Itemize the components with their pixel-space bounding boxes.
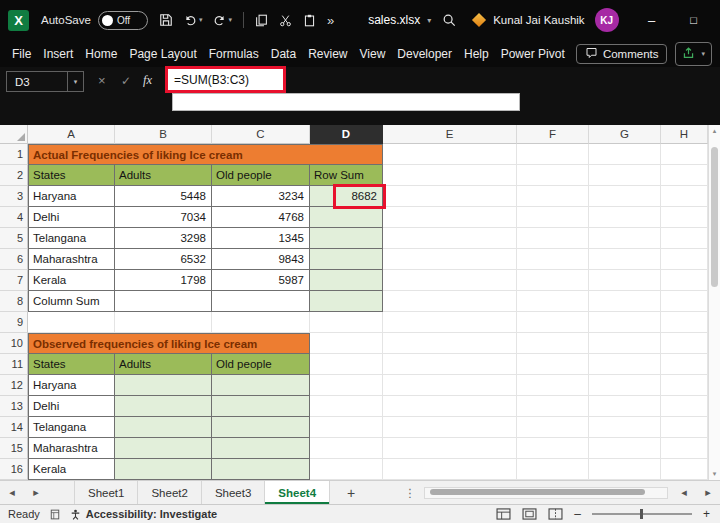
cell-G12[interactable]: [589, 375, 661, 396]
zoom-in-icon[interactable]: +: [703, 507, 710, 521]
column-header-H[interactable]: H: [661, 125, 708, 144]
cell-E15[interactable]: [383, 438, 517, 459]
ribbon-tab-insert[interactable]: Insert: [37, 40, 79, 67]
cell-H9[interactable]: [661, 312, 708, 333]
name-box[interactable]: D3 ▾: [6, 71, 84, 92]
cell-G15[interactable]: [589, 438, 661, 459]
row-header-2[interactable]: 2: [0, 165, 28, 186]
cell-H7[interactable]: [661, 270, 708, 291]
excel-app-icon[interactable]: X: [8, 10, 29, 31]
cell-F1[interactable]: [517, 144, 589, 165]
cell-B9[interactable]: [115, 312, 212, 333]
cell-D16[interactable]: [310, 459, 383, 480]
cell-G14[interactable]: [589, 417, 661, 438]
row-header-11[interactable]: 11: [0, 354, 28, 375]
cell-E13[interactable]: [383, 396, 517, 417]
vertical-scrollbar-thumb[interactable]: [711, 147, 718, 287]
cell-B4[interactable]: 7034: [115, 207, 212, 228]
enter-icon[interactable]: ✓: [121, 71, 131, 90]
quick-access-overflow-icon[interactable]: »: [327, 13, 334, 28]
formula-bar-extension[interactable]: [172, 93, 520, 111]
sheet-nav-left-icon[interactable]: ◂: [0, 481, 24, 504]
macro-record-icon[interactable]: [50, 509, 60, 520]
cell-B16[interactable]: [115, 459, 212, 480]
page-break-view-icon[interactable]: [548, 508, 563, 520]
search-icon[interactable]: [442, 13, 456, 27]
row-header-12[interactable]: 12: [0, 375, 28, 396]
ribbon-tab-view[interactable]: View: [354, 40, 392, 67]
cell-C9[interactable]: [212, 312, 310, 333]
cell-C7[interactable]: 5987: [212, 270, 310, 291]
add-sheet-button[interactable]: +: [338, 481, 364, 504]
hscroll-left-icon[interactable]: ◂: [672, 481, 696, 504]
cell-F16[interactable]: [517, 459, 589, 480]
cell-A15[interactable]: Maharashtra: [28, 438, 115, 459]
cell-G2[interactable]: [589, 165, 661, 186]
row-header-5[interactable]: 5: [0, 228, 28, 249]
cell-E4[interactable]: [383, 207, 517, 228]
ribbon-tab-developer[interactable]: Developer: [391, 40, 458, 67]
cell-B3[interactable]: 5448: [115, 186, 212, 207]
cell-E10[interactable]: [383, 333, 517, 354]
row-header-3[interactable]: 3: [0, 186, 28, 207]
row-header-4[interactable]: 4: [0, 207, 28, 228]
cell-B6[interactable]: 6532: [115, 249, 212, 270]
cell-F14[interactable]: [517, 417, 589, 438]
sheet-tab-sheet1[interactable]: Sheet1: [74, 481, 138, 504]
cell-E12[interactable]: [383, 375, 517, 396]
cell-E3[interactable]: [383, 186, 517, 207]
scroll-up-icon[interactable]: ▴: [713, 125, 717, 137]
row-header-15[interactable]: 15: [0, 438, 28, 459]
cell-F3[interactable]: [517, 186, 589, 207]
cell-A6[interactable]: Maharashtra: [28, 249, 115, 270]
cell-H3[interactable]: [661, 186, 708, 207]
cell-F15[interactable]: [517, 438, 589, 459]
row-header-9[interactable]: 9: [0, 312, 28, 333]
cell-F12[interactable]: [517, 375, 589, 396]
cell-A5[interactable]: Telangana: [28, 228, 115, 249]
cell-C6[interactable]: 9843: [212, 249, 310, 270]
horizontal-scrollbar[interactable]: [424, 487, 668, 499]
cell-H1[interactable]: [661, 144, 708, 165]
cell-A7[interactable]: Kerala: [28, 270, 115, 291]
cell-F4[interactable]: [517, 207, 589, 228]
formula-input[interactable]: =SUM(B3:C3): [165, 66, 286, 93]
tab-splitter-icon[interactable]: ⋮: [400, 481, 420, 504]
cell-A1[interactable]: Actual Frequencies of liking Ice cream: [28, 144, 383, 165]
cell-H6[interactable]: [661, 249, 708, 270]
cell-E14[interactable]: [383, 417, 517, 438]
cut-icon[interactable]: [279, 14, 292, 27]
cell-C14[interactable]: [212, 417, 310, 438]
ribbon-tab-data[interactable]: Data: [265, 40, 302, 67]
row-header-13[interactable]: 13: [0, 396, 28, 417]
row-header-1[interactable]: 1: [0, 144, 28, 165]
select-all-corner[interactable]: [0, 125, 28, 144]
row-header-14[interactable]: 14: [0, 417, 28, 438]
cell-D15[interactable]: [310, 438, 383, 459]
accessibility-status[interactable]: Accessibility: Investigate: [86, 508, 217, 520]
cell-D9[interactable]: [310, 312, 383, 333]
cell-E8[interactable]: [383, 291, 517, 312]
cell-B7[interactable]: 1798: [115, 270, 212, 291]
row-header-6[interactable]: 6: [0, 249, 28, 270]
ribbon-tab-page-layout[interactable]: Page Layout: [123, 40, 202, 67]
cell-A8[interactable]: Column Sum: [28, 291, 115, 312]
hscroll-right-icon[interactable]: ▸: [696, 481, 720, 504]
cell-C13[interactable]: [212, 396, 310, 417]
cell-A4[interactable]: Delhi: [28, 207, 115, 228]
cell-B15[interactable]: [115, 438, 212, 459]
copy-icon[interactable]: [255, 14, 268, 27]
cell-C15[interactable]: [212, 438, 310, 459]
cell-A16[interactable]: Kerala: [28, 459, 115, 480]
column-header-C[interactable]: C: [212, 125, 310, 144]
column-header-A[interactable]: A: [28, 125, 115, 144]
cell-F2[interactable]: [517, 165, 589, 186]
ribbon-tab-help[interactable]: Help: [458, 40, 495, 67]
paste-icon[interactable]: [303, 14, 316, 27]
cell-E9[interactable]: [383, 312, 517, 333]
cell-H8[interactable]: [661, 291, 708, 312]
cell-G8[interactable]: [589, 291, 661, 312]
user-avatar[interactable]: KJ: [595, 8, 619, 32]
row-header-7[interactable]: 7: [0, 270, 28, 291]
cell-D6[interactable]: [310, 249, 383, 270]
